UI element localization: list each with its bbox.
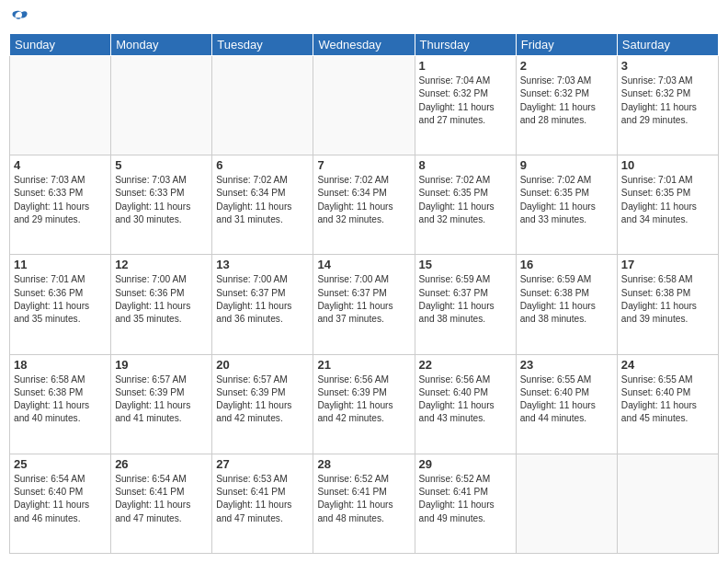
calendar-cell: 4Sunrise: 7:03 AM Sunset: 6:33 PM Daylig…	[10, 155, 111, 255]
calendar-cell: 12Sunrise: 7:00 AM Sunset: 6:36 PM Dayli…	[111, 255, 212, 354]
calendar-cell: 8Sunrise: 7:02 AM Sunset: 6:35 PM Daylig…	[415, 155, 516, 255]
calendar-cell: 27Sunrise: 6:53 AM Sunset: 6:41 PM Dayli…	[212, 454, 313, 553]
day-number: 8	[419, 158, 512, 172]
day-number: 1	[419, 59, 512, 73]
day-info: Sunrise: 7:02 AM Sunset: 6:35 PM Dayligh…	[419, 174, 512, 226]
weekday-monday: Monday	[111, 34, 212, 56]
calendar-cell: 19Sunrise: 6:57 AM Sunset: 6:39 PM Dayli…	[111, 354, 212, 454]
calendar-cell	[617, 454, 718, 553]
calendar-cell: 22Sunrise: 6:56 AM Sunset: 6:40 PM Dayli…	[415, 354, 516, 454]
day-number: 25	[14, 457, 107, 471]
day-info: Sunrise: 6:55 AM Sunset: 6:40 PM Dayligh…	[621, 373, 714, 426]
calendar-cell: 7Sunrise: 7:02 AM Sunset: 6:34 PM Daylig…	[313, 155, 415, 255]
day-number: 10	[621, 158, 714, 172]
week-row-1: 1Sunrise: 7:04 AM Sunset: 6:32 PM Daylig…	[10, 56, 719, 155]
calendar-cell: 10Sunrise: 7:01 AM Sunset: 6:35 PM Dayli…	[617, 155, 718, 255]
calendar-cell: 20Sunrise: 6:57 AM Sunset: 6:39 PM Dayli…	[212, 354, 313, 454]
day-info: Sunrise: 7:02 AM Sunset: 6:34 PM Dayligh…	[216, 174, 309, 226]
day-number: 22	[419, 358, 512, 372]
weekday-thursday: Thursday	[415, 34, 516, 56]
day-number: 21	[317, 358, 410, 372]
week-row-2: 4Sunrise: 7:03 AM Sunset: 6:33 PM Daylig…	[10, 155, 719, 255]
day-number: 17	[621, 258, 714, 271]
calendar-cell: 11Sunrise: 7:01 AM Sunset: 6:36 PM Dayli…	[10, 255, 111, 354]
day-number: 28	[317, 457, 410, 471]
day-number: 14	[317, 258, 410, 271]
calendar-cell: 6Sunrise: 7:02 AM Sunset: 6:34 PM Daylig…	[212, 155, 313, 255]
calendar-cell: 16Sunrise: 6:59 AM Sunset: 6:38 PM Dayli…	[516, 255, 617, 354]
day-number: 2	[520, 59, 613, 73]
day-number: 5	[115, 158, 208, 172]
week-row-4: 18Sunrise: 6:58 AM Sunset: 6:38 PM Dayli…	[10, 354, 719, 454]
day-number: 4	[14, 158, 107, 172]
day-info: Sunrise: 6:52 AM Sunset: 6:41 PM Dayligh…	[419, 473, 512, 525]
calendar-cell: 18Sunrise: 6:58 AM Sunset: 6:38 PM Dayli…	[10, 354, 111, 454]
day-info: Sunrise: 6:52 AM Sunset: 6:41 PM Dayligh…	[317, 473, 410, 525]
day-info: Sunrise: 6:59 AM Sunset: 6:37 PM Dayligh…	[419, 273, 512, 326]
logo-bird-icon	[11, 9, 29, 28]
weekday-friday: Friday	[516, 34, 617, 56]
calendar-cell: 25Sunrise: 6:54 AM Sunset: 6:40 PM Dayli…	[10, 454, 111, 553]
calendar-cell	[10, 56, 111, 155]
week-row-3: 11Sunrise: 7:01 AM Sunset: 6:36 PM Dayli…	[10, 255, 719, 354]
day-info: Sunrise: 7:03 AM Sunset: 6:33 PM Dayligh…	[115, 174, 208, 226]
weekday-saturday: Saturday	[617, 34, 718, 56]
day-info: Sunrise: 7:01 AM Sunset: 6:36 PM Dayligh…	[14, 273, 107, 326]
weekday-sunday: Sunday	[10, 34, 111, 56]
day-info: Sunrise: 7:04 AM Sunset: 6:32 PM Dayligh…	[419, 75, 512, 127]
calendar-cell: 17Sunrise: 6:58 AM Sunset: 6:38 PM Dayli…	[617, 255, 718, 354]
logo	[9, 9, 29, 28]
week-row-5: 25Sunrise: 6:54 AM Sunset: 6:40 PM Dayli…	[10, 454, 719, 553]
day-info: Sunrise: 6:58 AM Sunset: 6:38 PM Dayligh…	[621, 273, 714, 326]
day-info: Sunrise: 7:01 AM Sunset: 6:35 PM Dayligh…	[621, 174, 714, 226]
day-number: 29	[419, 457, 512, 471]
calendar-cell: 15Sunrise: 6:59 AM Sunset: 6:37 PM Dayli…	[415, 255, 516, 354]
day-info: Sunrise: 6:57 AM Sunset: 6:39 PM Dayligh…	[115, 373, 208, 426]
day-info: Sunrise: 7:00 AM Sunset: 6:36 PM Dayligh…	[115, 273, 208, 326]
calendar-cell: 23Sunrise: 6:55 AM Sunset: 6:40 PM Dayli…	[516, 354, 617, 454]
calendar-cell: 26Sunrise: 6:54 AM Sunset: 6:41 PM Dayli…	[111, 454, 212, 553]
day-number: 16	[520, 258, 613, 271]
calendar-cell: 3Sunrise: 7:03 AM Sunset: 6:32 PM Daylig…	[617, 56, 718, 155]
day-info: Sunrise: 6:58 AM Sunset: 6:38 PM Dayligh…	[14, 373, 107, 426]
day-number: 13	[216, 258, 309, 271]
day-info: Sunrise: 7:02 AM Sunset: 6:34 PM Dayligh…	[317, 174, 410, 226]
calendar-cell: 21Sunrise: 6:56 AM Sunset: 6:39 PM Dayli…	[313, 354, 415, 454]
calendar-cell: 5Sunrise: 7:03 AM Sunset: 6:33 PM Daylig…	[111, 155, 212, 255]
calendar-cell: 24Sunrise: 6:55 AM Sunset: 6:40 PM Dayli…	[617, 354, 718, 454]
day-number: 7	[317, 158, 410, 172]
day-number: 27	[216, 457, 309, 471]
day-info: Sunrise: 6:55 AM Sunset: 6:40 PM Dayligh…	[520, 373, 613, 426]
day-info: Sunrise: 6:56 AM Sunset: 6:39 PM Dayligh…	[317, 373, 410, 426]
day-info: Sunrise: 6:57 AM Sunset: 6:39 PM Dayligh…	[216, 373, 309, 426]
weekday-header-row: SundayMondayTuesdayWednesdayThursdayFrid…	[10, 34, 719, 56]
day-number: 11	[14, 258, 107, 271]
weekday-wednesday: Wednesday	[313, 34, 415, 56]
calendar-cell	[212, 56, 313, 155]
day-number: 26	[115, 457, 208, 471]
day-number: 9	[520, 158, 613, 172]
day-info: Sunrise: 7:03 AM Sunset: 6:32 PM Dayligh…	[621, 75, 714, 127]
calendar-cell	[313, 56, 415, 155]
day-number: 6	[216, 158, 309, 172]
day-info: Sunrise: 7:03 AM Sunset: 6:33 PM Dayligh…	[14, 174, 107, 226]
day-info: Sunrise: 6:53 AM Sunset: 6:41 PM Dayligh…	[216, 473, 309, 525]
day-info: Sunrise: 7:03 AM Sunset: 6:32 PM Dayligh…	[520, 75, 613, 127]
page: SundayMondayTuesdayWednesdayThursdayFrid…	[0, 0, 728, 563]
day-number: 20	[216, 358, 309, 372]
day-number: 12	[115, 258, 208, 271]
day-number: 15	[419, 258, 512, 271]
day-info: Sunrise: 6:54 AM Sunset: 6:41 PM Dayligh…	[115, 473, 208, 525]
calendar-cell: 29Sunrise: 6:52 AM Sunset: 6:41 PM Dayli…	[415, 454, 516, 553]
day-number: 24	[621, 358, 714, 372]
day-number: 3	[621, 59, 714, 73]
calendar-cell: 28Sunrise: 6:52 AM Sunset: 6:41 PM Dayli…	[313, 454, 415, 553]
day-info: Sunrise: 7:02 AM Sunset: 6:35 PM Dayligh…	[520, 174, 613, 226]
day-info: Sunrise: 7:00 AM Sunset: 6:37 PM Dayligh…	[317, 273, 410, 326]
day-info: Sunrise: 7:00 AM Sunset: 6:37 PM Dayligh…	[216, 273, 309, 326]
calendar-table: SundayMondayTuesdayWednesdayThursdayFrid…	[9, 33, 719, 554]
day-info: Sunrise: 6:59 AM Sunset: 6:38 PM Dayligh…	[520, 273, 613, 326]
day-info: Sunrise: 6:54 AM Sunset: 6:40 PM Dayligh…	[14, 473, 107, 525]
day-number: 18	[14, 358, 107, 372]
calendar-cell: 2Sunrise: 7:03 AM Sunset: 6:32 PM Daylig…	[516, 56, 617, 155]
